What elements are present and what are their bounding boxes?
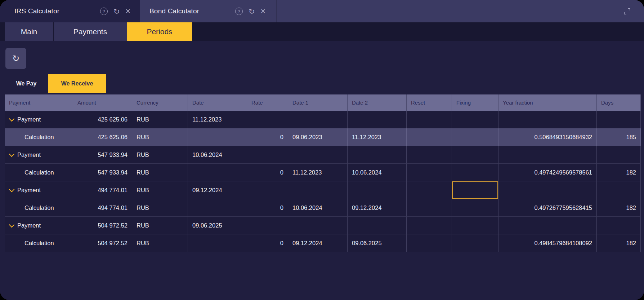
column-header-days[interactable]: Days xyxy=(597,94,641,111)
payment-cell[interactable]: Payment xyxy=(5,181,73,199)
date-cell[interactable] xyxy=(188,128,247,146)
table-row-calculation[interactable]: Calculation 494 774.01 RUB 0 10.06.2024 … xyxy=(5,199,641,217)
fixing-cell[interactable] xyxy=(452,128,498,146)
column-header-currency[interactable]: Currency xyxy=(132,94,188,111)
days-cell[interactable] xyxy=(597,146,641,164)
payment-cell[interactable]: Calculation xyxy=(5,199,73,217)
days-cell[interactable]: 182 xyxy=(597,164,641,181)
reset-cell[interactable] xyxy=(407,234,452,252)
days-cell[interactable] xyxy=(597,181,641,199)
date-cell[interactable] xyxy=(188,234,247,252)
close-icon[interactable]: × xyxy=(261,8,265,15)
date1-cell[interactable]: 10.06.2024 xyxy=(288,199,348,217)
window-tab-bond-calculator[interactable]: Bond Calculator ? ↻ × xyxy=(140,0,277,22)
payment-cell[interactable]: Payment xyxy=(5,217,73,234)
currency-cell[interactable]: RUB xyxy=(132,128,188,146)
column-header-payment[interactable]: Payment xyxy=(5,94,73,111)
table-row-calculation[interactable]: Calculation 547 933.94 RUB 0 11.12.2023 … xyxy=(5,164,641,181)
currency-cell[interactable]: RUB xyxy=(132,164,188,181)
amount-cell[interactable]: 504 972.52 xyxy=(73,217,132,234)
column-header-rate[interactable]: Rate xyxy=(247,94,288,111)
year-fraction-cell[interactable]: 0.5068493150684932 xyxy=(498,128,597,146)
date-cell[interactable]: 11.12.2023 xyxy=(188,111,247,128)
column-header-year-fraction[interactable]: Year fraction xyxy=(498,94,597,111)
year-fraction-cell[interactable]: 0.4974249569578561 xyxy=(498,164,597,181)
date1-cell[interactable]: 09.12.2024 xyxy=(288,234,348,252)
date1-cell[interactable]: 09.06.2023 xyxy=(288,128,348,146)
refresh-icon[interactable]: ↻ xyxy=(113,8,120,15)
rate-cell[interactable] xyxy=(247,146,288,164)
fixing-cell[interactable] xyxy=(452,164,498,181)
rate-cell[interactable] xyxy=(247,111,288,128)
currency-cell[interactable]: RUB xyxy=(132,234,188,252)
reset-cell[interactable] xyxy=(407,128,452,146)
chevron-down-icon[interactable] xyxy=(9,222,15,228)
refresh-button[interactable]: ↻ xyxy=(5,48,26,69)
payment-cell[interactable]: Calculation xyxy=(5,234,73,252)
table-row-payment[interactable]: Payment 504 972.52 RUB 09.06.2025 xyxy=(5,217,641,234)
table-row-calculation-selected[interactable]: Calculation 425 625.06 RUB 0 09.06.2023 … xyxy=(5,128,641,146)
rate-cell[interactable]: 0 xyxy=(247,199,288,217)
column-header-reset[interactable]: Reset xyxy=(407,94,452,111)
year-fraction-cell[interactable] xyxy=(498,146,597,164)
amount-cell[interactable]: 494 774.01 xyxy=(73,199,132,217)
date-cell[interactable]: 09.12.2024 xyxy=(188,181,247,199)
close-icon[interactable]: × xyxy=(126,8,130,15)
chevron-down-icon[interactable] xyxy=(9,186,15,192)
reset-cell[interactable] xyxy=(407,199,452,217)
amount-cell[interactable]: 547 933.94 xyxy=(73,164,132,181)
amount-cell[interactable]: 504 972.52 xyxy=(73,234,132,252)
amount-cell[interactable]: 425 625.06 xyxy=(73,111,132,128)
date1-cell[interactable] xyxy=(288,217,348,234)
days-cell[interactable]: 182 xyxy=(597,234,641,252)
date1-cell[interactable] xyxy=(288,146,348,164)
fixing-cell-focused[interactable] xyxy=(452,181,498,199)
tab-periods[interactable]: Periods xyxy=(127,22,192,41)
currency-cell[interactable]: RUB xyxy=(132,217,188,234)
days-cell[interactable] xyxy=(597,217,641,234)
fixing-cell[interactable] xyxy=(452,199,498,217)
reset-cell[interactable] xyxy=(407,111,452,128)
help-icon[interactable]: ? xyxy=(235,8,243,15)
rate-cell[interactable]: 0 xyxy=(247,128,288,146)
table-row-payment[interactable]: Payment 547 933.94 RUB 10.06.2024 xyxy=(5,146,641,164)
payment-cell[interactable]: Calculation xyxy=(5,164,73,181)
help-icon[interactable]: ? xyxy=(100,8,108,15)
date2-cell[interactable]: 09.06.2025 xyxy=(348,234,407,252)
fixing-cell[interactable] xyxy=(452,146,498,164)
currency-cell[interactable]: RUB xyxy=(132,146,188,164)
currency-cell[interactable]: RUB xyxy=(132,111,188,128)
date2-cell[interactable]: 10.06.2024 xyxy=(348,164,407,181)
table-row-calculation[interactable]: Calculation 504 972.52 RUB 0 09.12.2024 … xyxy=(5,234,641,252)
column-header-amount[interactable]: Amount xyxy=(73,94,132,111)
days-cell[interactable]: 182 xyxy=(597,199,641,217)
reset-cell[interactable] xyxy=(407,217,452,234)
date1-cell[interactable] xyxy=(288,181,348,199)
date-cell[interactable] xyxy=(188,164,247,181)
year-fraction-cell[interactable] xyxy=(498,181,597,199)
fixing-cell[interactable] xyxy=(452,217,498,234)
date2-cell[interactable]: 09.12.2024 xyxy=(348,199,407,217)
column-header-date1[interactable]: Date 1 xyxy=(288,94,348,111)
fixing-cell[interactable] xyxy=(452,111,498,128)
rate-cell[interactable]: 0 xyxy=(247,164,288,181)
column-header-date[interactable]: Date xyxy=(188,94,247,111)
expand-icon[interactable] xyxy=(622,6,632,17)
rate-cell[interactable]: 0 xyxy=(247,234,288,252)
date2-cell[interactable] xyxy=(348,181,407,199)
currency-cell[interactable]: RUB xyxy=(132,199,188,217)
tab-payments[interactable]: Payments xyxy=(54,22,127,41)
payment-cell[interactable]: Payment xyxy=(5,146,73,164)
table-row-payment[interactable]: Payment 425 625.06 RUB 11.12.2023 xyxy=(5,111,641,128)
days-cell[interactable] xyxy=(597,111,641,128)
reset-cell[interactable] xyxy=(407,181,452,199)
tab-we-receive[interactable]: We Receive xyxy=(48,74,106,93)
column-header-fixing[interactable]: Fixing xyxy=(452,94,498,111)
amount-cell[interactable]: 494 774.01 xyxy=(73,181,132,199)
date1-cell[interactable]: 11.12.2023 xyxy=(288,164,348,181)
year-fraction-cell[interactable] xyxy=(498,217,597,234)
date1-cell[interactable] xyxy=(288,111,348,128)
amount-cell[interactable]: 425 625.06 xyxy=(73,128,132,146)
reset-cell[interactable] xyxy=(407,146,452,164)
refresh-icon[interactable]: ↻ xyxy=(249,8,255,15)
